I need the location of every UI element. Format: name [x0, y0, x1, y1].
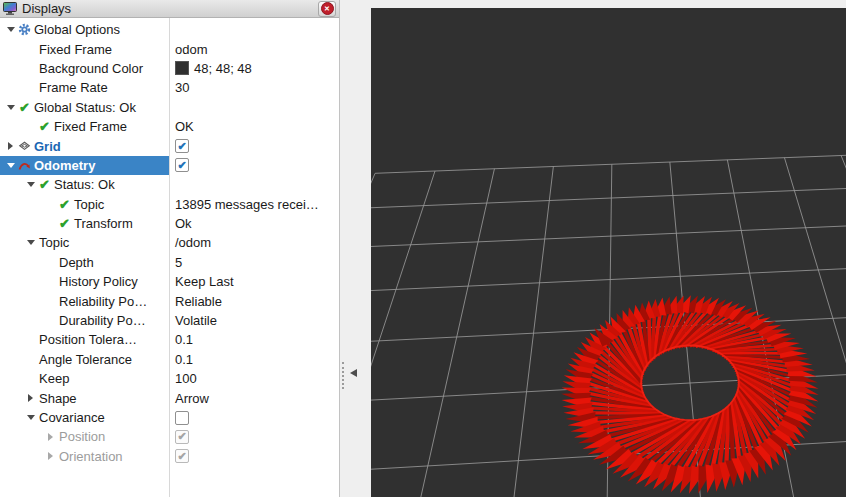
- row-checkbox[interactable]: ✔: [175, 430, 189, 444]
- row-value-cell[interactable]: 100: [169, 369, 339, 388]
- row-label: Position Tolera…: [39, 332, 137, 347]
- row-value-cell[interactable]: 13895 messages recei…: [169, 195, 339, 214]
- expander-closed-icon[interactable]: [44, 433, 57, 441]
- row-value: Reliable: [175, 294, 222, 309]
- row-name-cell[interactable]: Shape: [0, 388, 169, 407]
- row-value-cell[interactable]: 48; 48; 48: [169, 59, 339, 78]
- property-column-splitter[interactable]: [169, 18, 170, 497]
- check-icon: ✔: [37, 178, 52, 191]
- row-name-cell[interactable]: Position: [0, 427, 169, 446]
- row-value-cell[interactable]: Reliable: [169, 291, 339, 310]
- row-value: 5: [175, 255, 182, 270]
- row-name-cell[interactable]: Global Options: [0, 20, 169, 39]
- row-value: 100: [175, 371, 197, 386]
- status-ok-icon: ✔: [39, 120, 50, 133]
- expander-closed-icon[interactable]: [44, 452, 57, 460]
- expander-open-icon[interactable]: [24, 240, 37, 245]
- row-name-cell[interactable]: Angle Tolerance: [0, 350, 169, 369]
- row-value: Ok: [175, 216, 192, 231]
- row-name-cell[interactable]: Background Color: [0, 59, 169, 78]
- row-name-cell[interactable]: Position Tolera…: [0, 330, 169, 349]
- monitor-icon: [3, 2, 17, 15]
- row-value: Arrow: [175, 391, 209, 406]
- gear-icon: [17, 23, 32, 36]
- rviz-window: Displays ✕ Global OptionsFixed Frameodom…: [0, 0, 846, 497]
- expander-open-icon[interactable]: [4, 27, 17, 32]
- row-value: 0.1: [175, 332, 193, 347]
- check-icon: ✔: [37, 120, 52, 133]
- row-value-cell[interactable]: Ok: [169, 214, 339, 233]
- panel-splitter-handle[interactable]: [342, 362, 344, 389]
- row-value-cell[interactable]: odom: [169, 39, 339, 58]
- row-label: Shape: [39, 391, 77, 406]
- row-checkbox[interactable]: [175, 411, 189, 425]
- row-value-cell[interactable]: ✔: [169, 427, 339, 446]
- row-value-cell[interactable]: Keep Last: [169, 272, 339, 291]
- expander-open-icon[interactable]: [4, 105, 17, 110]
- close-button[interactable]: ✕: [318, 1, 336, 17]
- row-name-cell[interactable]: Odometry: [0, 156, 169, 175]
- expander-closed-icon[interactable]: [4, 142, 17, 150]
- row-value-cell[interactable]: 0.1: [169, 330, 339, 349]
- viewport-canvas[interactable]: [371, 8, 846, 497]
- row-label: Angle Tolerance: [39, 352, 132, 367]
- row-value-cell[interactable]: Arrow: [169, 388, 339, 407]
- row-name-cell[interactable]: ✔Topic: [0, 195, 169, 214]
- status-ok-icon: ✔: [59, 198, 70, 211]
- row-name-cell[interactable]: Frame Rate: [0, 78, 169, 97]
- row-name-cell[interactable]: History Policy: [0, 272, 169, 291]
- expander-closed-icon[interactable]: [24, 394, 37, 402]
- row-value-cell[interactable]: ✔: [169, 447, 339, 466]
- row-checkbox[interactable]: ✔: [175, 158, 189, 172]
- row-checkbox[interactable]: ✔: [175, 449, 189, 463]
- row-value-cell[interactable]: ✔: [169, 156, 339, 175]
- row-name-cell[interactable]: Durability Po…: [0, 311, 169, 330]
- row-label: Grid: [34, 139, 61, 154]
- collapse-panel-icon[interactable]: [350, 369, 357, 377]
- row-value-cell[interactable]: Volatile: [169, 311, 339, 330]
- color-swatch: [175, 61, 189, 75]
- row-value-cell[interactable]: 30: [169, 78, 339, 97]
- row-name-cell[interactable]: ✔Global Status: Ok: [0, 98, 169, 117]
- row-name-cell[interactable]: Orientation: [0, 447, 169, 466]
- row-name-cell[interactable]: Reliability Po…: [0, 291, 169, 310]
- row-name-cell[interactable]: Fixed Frame: [0, 39, 169, 58]
- row-value-cell[interactable]: [169, 408, 339, 427]
- expander-open-icon[interactable]: [24, 415, 37, 420]
- row-checkbox[interactable]: ✔: [175, 139, 189, 153]
- row-label: Reliability Po…: [59, 294, 147, 309]
- 3d-viewport[interactable]: [371, 8, 846, 497]
- row-name-cell[interactable]: Depth: [0, 253, 169, 272]
- row-label: Frame Rate: [39, 80, 108, 95]
- row-label: Topic: [39, 235, 69, 250]
- row-name-cell[interactable]: Covariance: [0, 408, 169, 427]
- row-name-cell[interactable]: ✔Transform: [0, 214, 169, 233]
- row-value-cell[interactable]: ✔: [169, 136, 339, 155]
- row-name-cell[interactable]: Grid: [0, 136, 169, 155]
- close-icon: ✕: [321, 2, 334, 15]
- row-label: Status: Ok: [54, 177, 115, 192]
- status-ok-icon: ✔: [19, 101, 30, 114]
- row-value-cell[interactable]: 5: [169, 253, 339, 272]
- row-name-cell[interactable]: ✔Fixed Frame: [0, 117, 169, 136]
- expander-open-icon[interactable]: [24, 182, 37, 187]
- row-label: Durability Po…: [59, 313, 146, 328]
- grid-icon: [17, 140, 32, 153]
- row-label: Orientation: [59, 449, 123, 464]
- row-label: Topic: [74, 197, 104, 212]
- expander-open-icon[interactable]: [4, 163, 17, 168]
- status-ok-icon: ✔: [39, 178, 50, 191]
- row-name-cell[interactable]: Topic: [0, 233, 169, 252]
- row-value-cell[interactable]: 0.1: [169, 350, 339, 369]
- row-name-cell[interactable]: ✔Status: Ok: [0, 175, 169, 194]
- check-icon: ✔: [57, 198, 72, 211]
- row-label: Global Status: Ok: [34, 100, 136, 115]
- row-value: 13895 messages recei…: [175, 197, 319, 212]
- row-name-cell[interactable]: Keep: [0, 369, 169, 388]
- displays-panel-titlebar[interactable]: Displays ✕: [0, 0, 339, 18]
- row-value: 48; 48; 48: [194, 61, 252, 76]
- odom-icon: [17, 159, 32, 172]
- row-value-cell[interactable]: /odom: [169, 233, 339, 252]
- row-value-cell[interactable]: OK: [169, 117, 339, 136]
- row-label: Keep: [39, 371, 69, 386]
